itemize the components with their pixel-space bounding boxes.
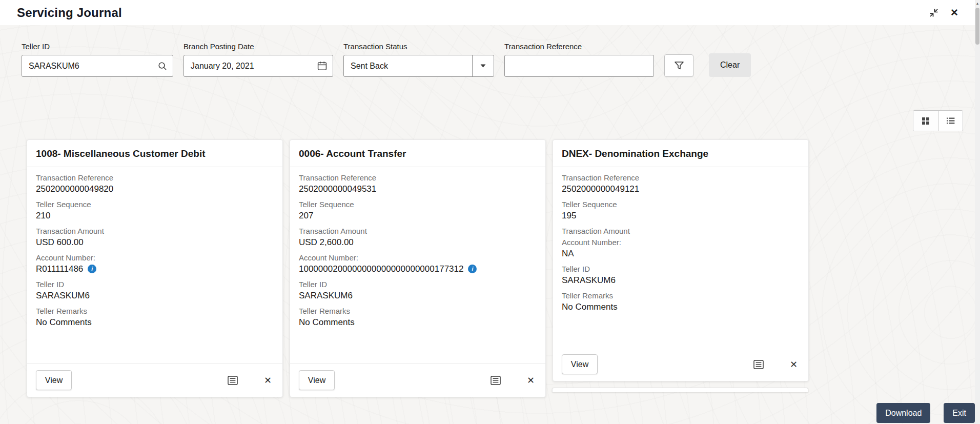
teller-id-value: SARASKUM6 (299, 290, 537, 301)
transaction-amount-value: USD 600.00 (36, 236, 274, 248)
main-content: Teller ID Branch Posting Date (0, 25, 980, 424)
branch-posting-date-label: Branch Posting Date (183, 42, 333, 51)
next-card-edge (552, 388, 808, 392)
account-number-value: NA (562, 248, 800, 259)
teller-sequence-label: Teller Sequence (562, 199, 800, 210)
card-footer: View ✕ (553, 348, 808, 381)
reject-card-icon[interactable]: ✕ (262, 374, 274, 387)
page-title: Servicing Journal (17, 6, 122, 20)
collapse-icon[interactable] (929, 8, 939, 18)
account-number-value: 1000000200000000000000000000177312 i (299, 263, 537, 275)
teller-remarks-value: No Comments (562, 301, 800, 313)
account-number-label: Account Number: (562, 237, 800, 248)
card-title: DNEX- Denomination Exchange (553, 140, 808, 167)
exit-button[interactable]: Exit (944, 403, 975, 423)
window-controls: ✕ (929, 8, 965, 18)
teller-id-input[interactable] (22, 62, 156, 71)
close-icon[interactable]: ✕ (950, 8, 958, 17)
teller-id-label: Teller ID (299, 279, 537, 290)
transaction-card: 0006- Account Transfer Transaction Refer… (290, 139, 546, 397)
search-icon[interactable] (156, 62, 173, 71)
transaction-reference-label: Transaction Reference (562, 173, 800, 183)
journal-icon[interactable] (751, 357, 766, 372)
transaction-reference-value: 2502000000049820 (36, 183, 274, 195)
transaction-reference-label: Transaction Reference (299, 173, 537, 183)
download-button[interactable]: Download (876, 403, 930, 423)
teller-id-input-wrap (22, 55, 173, 77)
transaction-reference-value: 2502000000049121 (562, 183, 800, 195)
branch-posting-date-input[interactable] (184, 62, 315, 71)
transaction-reference-input-wrap (504, 55, 654, 77)
transaction-card: 1008- Miscellaneous Customer Debit Trans… (27, 139, 283, 397)
transaction-status-field-group: Transaction Status Sent Back (343, 42, 494, 77)
vertical-scrollbar[interactable]: ▲ (975, 0, 980, 424)
card-body: Transaction Reference2502000000049820 Te… (27, 167, 282, 363)
chevron-down-icon[interactable] (472, 55, 494, 76)
view-button[interactable]: View (562, 354, 598, 374)
transaction-cards: 1008- Miscellaneous Customer Debit Trans… (27, 139, 815, 397)
teller-sequence-value: 210 (36, 210, 274, 221)
grid-view-icon[interactable] (913, 111, 938, 131)
branch-posting-date-input-wrap (183, 55, 333, 77)
card-body: Transaction Reference2502000000049121 Te… (553, 167, 808, 348)
transaction-amount-label: Transaction Amount (36, 226, 274, 236)
card-footer: View ✕ (27, 363, 282, 397)
transaction-reference-label: Transaction Reference (504, 42, 654, 51)
account-number-text: 1000000200000000000000000000177312 (299, 263, 463, 275)
filter-bar: Teller ID Branch Posting Date (22, 42, 751, 77)
scrollbar-thumb[interactable] (975, 8, 979, 45)
reject-card-icon[interactable]: ✕ (525, 374, 537, 387)
info-icon[interactable]: i (468, 265, 477, 273)
account-number-text: NA (562, 248, 574, 259)
window-header: Servicing Journal ✕ (0, 0, 980, 25)
teller-remarks-value: No Comments (299, 316, 537, 328)
scroll-up-icon[interactable]: ▲ (975, 2, 980, 5)
transaction-status-value: Sent Back (344, 62, 472, 71)
clear-button[interactable]: Clear (709, 53, 751, 77)
view-button[interactable]: View (36, 370, 72, 390)
teller-id-value: SARASKUM6 (562, 274, 800, 286)
teller-sequence-value: 207 (299, 210, 537, 221)
transaction-amount-label: Transaction Amount (299, 226, 537, 236)
account-number-text: R011111486 (36, 263, 83, 275)
card-title: 1008- Miscellaneous Customer Debit (27, 140, 282, 167)
teller-id-label: Teller ID (562, 264, 800, 274)
teller-remarks-value: No Comments (36, 316, 274, 328)
view-toggle (913, 110, 963, 131)
teller-remarks-label: Teller Remarks (562, 291, 800, 301)
teller-sequence-label: Teller Sequence (299, 199, 537, 210)
card-title: 0006- Account Transfer (290, 140, 545, 167)
list-view-icon[interactable] (938, 111, 963, 131)
account-number-label: Account Number: (299, 253, 537, 263)
transaction-card: DNEX- Denomination Exchange Transaction … (553, 139, 809, 381)
transaction-amount-label: Transaction Amount (562, 226, 800, 236)
journal-icon[interactable] (488, 373, 503, 388)
transaction-reference-label: Transaction Reference (36, 173, 274, 183)
view-button[interactable]: View (299, 370, 335, 390)
transaction-reference-field-group: Transaction Reference (504, 42, 654, 77)
bottom-action-bar: Download Exit (876, 403, 975, 423)
calendar-icon[interactable] (315, 61, 333, 71)
filter-funnel-button[interactable] (664, 54, 693, 77)
teller-id-value: SARASKUM6 (36, 290, 274, 301)
transaction-reference-input[interactable] (505, 62, 654, 71)
transaction-reference-value: 2502000000049531 (299, 183, 537, 195)
transaction-status-label: Transaction Status (343, 42, 494, 51)
teller-remarks-label: Teller Remarks (36, 306, 274, 316)
teller-id-field-group: Teller ID (22, 42, 173, 77)
journal-icon[interactable] (225, 373, 240, 388)
teller-sequence-label: Teller Sequence (36, 199, 274, 210)
teller-sequence-value: 195 (562, 210, 800, 221)
card-footer: View ✕ (290, 363, 545, 397)
account-number-value: R011111486 i (36, 263, 274, 275)
teller-remarks-label: Teller Remarks (299, 306, 537, 316)
info-icon[interactable]: i (88, 265, 96, 273)
servicing-journal-window: Servicing Journal ✕ Teller ID (0, 0, 980, 424)
branch-posting-date-field-group: Branch Posting Date (183, 42, 333, 77)
account-number-label: Account Number: (36, 253, 274, 263)
reject-card-icon[interactable]: ✕ (788, 358, 800, 371)
transaction-amount-value: USD 2,600.00 (299, 236, 537, 248)
teller-id-label: Teller ID (22, 42, 173, 51)
transaction-status-select[interactable]: Sent Back (343, 55, 494, 77)
teller-id-label: Teller ID (36, 279, 274, 290)
